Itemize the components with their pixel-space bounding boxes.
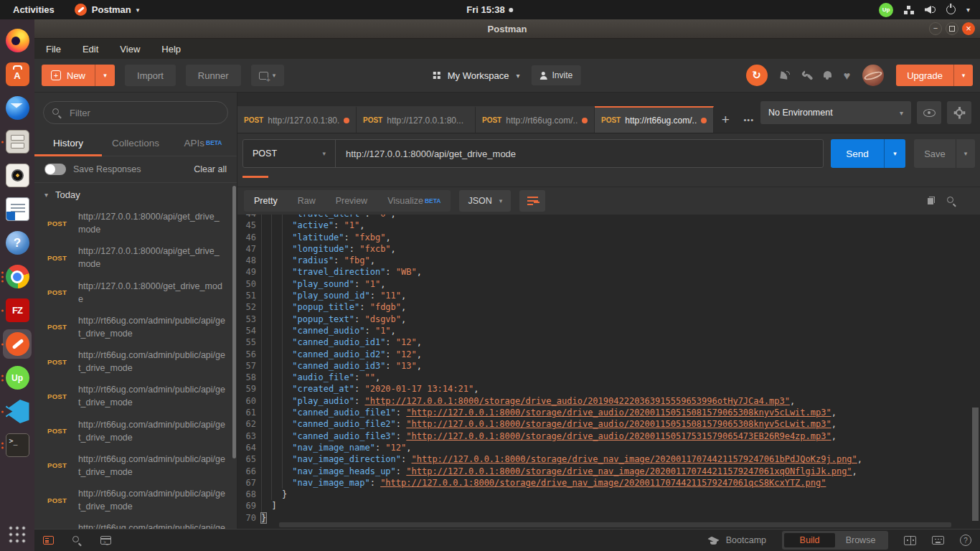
environment-settings-button[interactable] [947,101,971,124]
request-tab[interactable]: POSThttp://127.0.0.1:80... [357,106,476,133]
response-link[interactable]: "http://127.0.0.1:8000/storage/drive_aud… [364,396,789,406]
notifications-bell-icon[interactable] [824,71,831,80]
user-avatar[interactable] [862,65,884,86]
menu-view[interactable]: View [120,44,140,55]
save-dropdown-button[interactable] [956,139,975,168]
send-dropdown-button[interactable] [884,139,905,168]
method-selector[interactable]: POST [243,140,336,167]
dock-item-rhythmbox[interactable] [0,159,34,192]
request-tab[interactable]: POSThttp://rt66ug.com/... [595,106,714,133]
dock-item-filezilla[interactable] [0,293,34,327]
tab-options-button[interactable] [738,106,761,133]
response-link[interactable]: "http://127.0.0.1:8000/storage/drive_aud… [406,408,831,418]
view-raw[interactable]: Raw [288,190,326,212]
show-applications-icon[interactable] [8,525,27,544]
activities-button[interactable]: Activities [0,0,67,19]
tab-apis[interactable]: APIsBETA [169,130,237,156]
response-link[interactable]: "http://127.0.0.1:8000/storage/drive_aud… [406,431,831,441]
minimize-button[interactable] [929,22,942,35]
history-item[interactable]: POSThttp://rt66ug.com/admin/public/api/g… [34,310,237,344]
response-body-editor[interactable]: 44"travel_alert": "0",45"active": "1",46… [237,215,980,529]
dock-item-software[interactable] [0,57,34,91]
upgrade-button[interactable]: Upgrade [896,65,953,86]
dock-item-writer[interactable] [0,192,34,226]
horizontal-scrollbar[interactable] [279,522,951,527]
history-item[interactable]: POSThttp://rt66ug.com/admin/public/api/g… [34,448,237,483]
dock-item-firefox[interactable] [0,24,34,57]
tab-history[interactable]: History [34,130,102,156]
vertical-scrollbar[interactable] [972,408,979,521]
save-responses-toggle[interactable] [44,164,66,175]
history-item[interactable]: POSThttp://127.0.0.1:8000/api/get_drive_… [34,206,237,240]
chevron-down-icon[interactable] [517,72,520,80]
history-item[interactable]: POSThttp://rt66ug.com/admin/public/api/g… [34,414,237,448]
new-dropdown-button[interactable] [95,65,115,86]
filter-box[interactable] [43,101,228,124]
open-new-tab-button[interactable] [714,106,738,133]
wrap-lines-button[interactable] [519,190,545,212]
runner-button[interactable]: Runner [186,65,241,86]
send-button[interactable]: Send [831,139,884,168]
history-item[interactable]: POSThttp://127.0.0.1:8000/api/get_drive_… [34,240,237,275]
history-item[interactable]: POSThttp://rt66ug.com/admin/public/api/g… [34,517,237,529]
view-visualize[interactable]: VisualizeBETA [377,190,451,212]
keyboard-shortcuts-icon[interactable] [932,536,944,545]
upgrade-dropdown-button[interactable] [953,65,973,86]
bootcamp-button[interactable]: Bootcamp [707,535,766,545]
help-icon[interactable] [960,534,971,546]
dock-item-upwork[interactable] [0,361,34,395]
filter-input[interactable] [68,107,219,119]
sync-button[interactable] [746,65,768,86]
sidebar-scrollbar[interactable] [232,186,236,458]
interceptor-icon[interactable] [780,71,790,80]
volume-icon[interactable] [925,6,936,14]
menu-help[interactable]: Help [161,44,181,55]
new-button[interactable]: New [42,65,95,86]
browse-tab[interactable]: Browse [835,533,886,547]
heart-icon[interactable] [844,71,851,80]
dock-item-help[interactable] [0,226,34,260]
view-preview[interactable]: Preview [326,190,377,212]
import-button[interactable]: Import [125,65,176,86]
menu-file[interactable]: File [46,44,61,55]
response-link[interactable]: "http://127.0.0.1:8000/storage/drive_nav… [411,454,857,464]
history-item[interactable]: POSThttp://rt66ug.com/admin/public/api/g… [34,379,237,413]
response-format-selector[interactable]: JSON [459,190,511,212]
settings-wrench-icon[interactable] [802,71,811,80]
new-window-button[interactable] [251,65,284,86]
dock-item-postman[interactable] [0,327,34,361]
dock-item-vscode[interactable] [0,395,34,428]
history-item[interactable]: POSThttp://rt66ug.com/admin/public/api/g… [34,483,237,517]
two-pane-view-icon[interactable] [904,536,916,545]
response-link[interactable]: "http://127.0.0.1:8000/storage/drive_aud… [406,419,831,429]
response-link[interactable]: "http://127.0.0.1:8000/storage/drive_nav… [380,478,826,488]
copy-icon[interactable] [927,197,935,205]
console-icon[interactable] [100,536,111,545]
search-icon[interactable] [947,197,956,206]
network-icon[interactable] [904,6,914,14]
clear-all-button[interactable]: Clear all [194,164,227,174]
dock-item-chrome[interactable] [0,260,34,293]
request-tab[interactable]: POSThttp://127.0.0.1:80... [237,106,357,133]
upwork-tray-icon[interactable] [879,3,893,17]
dock-item-files[interactable] [0,125,34,159]
request-tab[interactable]: POSThttp://rt66ug.com/... [476,106,595,133]
history-section-header[interactable]: Today [34,183,237,206]
dock-item-terminal[interactable] [0,428,34,462]
environment-quick-look-button[interactable] [917,101,941,124]
find-icon[interactable] [72,536,82,545]
toggle-sidebar-icon[interactable] [43,536,54,545]
view-pretty[interactable]: Pretty [244,190,288,212]
maximize-button[interactable] [946,22,958,35]
history-item[interactable]: POSThttp://127.0.0.1:8000/get_drive_mode [34,276,237,310]
history-item[interactable]: POSThttp://rt66ug.com/admin/public/api/g… [34,344,237,379]
dock-item-thunderbird[interactable] [0,91,34,125]
build-tab[interactable]: Build [784,533,835,547]
environment-selector[interactable]: No Environment [760,101,911,124]
invite-button[interactable]: Invite [532,65,582,85]
clock[interactable]: Fri 15:38 [466,4,513,15]
chevron-down-icon[interactable] [966,6,970,14]
url-input[interactable]: http://127.0.0.1:8000/api/get_drive_mode [336,140,823,167]
response-link[interactable]: "http://127.0.0.1:8000/storage/drive_nav… [406,466,852,476]
workspace-selector[interactable]: My Workspace [448,70,509,81]
